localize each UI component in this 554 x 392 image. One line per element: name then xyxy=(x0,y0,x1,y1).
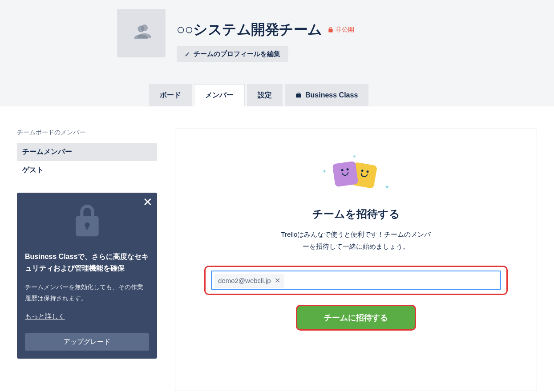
sparkle-icon: ✦ xyxy=(352,154,356,159)
privacy-label: 非公開 xyxy=(336,26,354,34)
tab-business-class-label: Business Class xyxy=(305,91,358,99)
promo-card: ✕ Business Classで、さらに高度なセキュリティおよび管理機能を確保… xyxy=(17,193,157,359)
privacy-badge: 非公開 xyxy=(328,26,354,34)
svg-rect-1 xyxy=(86,225,88,230)
promo-title: Business Classで、さらに高度なセキュリティおよび管理機能を確保 xyxy=(25,251,149,274)
header-section: ○○システム開発チーム 非公開 チームのプロフィールを編集 ボード メンバー 設… xyxy=(0,0,554,106)
sidebar: チームボードのメンバー チームメンバー ゲスト ✕ Business Class… xyxy=(17,129,157,391)
briefcase-icon xyxy=(295,92,302,98)
lock-icon xyxy=(328,27,334,33)
tab-members[interactable]: メンバー xyxy=(194,84,245,106)
invite-illustration: ✦ ✦ ✦ xyxy=(204,154,508,194)
promo-desc: チームメンバーを無効化しても、その作業履歴は保持されます。 xyxy=(25,282,149,304)
invite-text-input[interactable] xyxy=(287,275,497,286)
sidebar-item-guests[interactable]: ゲスト xyxy=(17,161,157,179)
lock-illustration xyxy=(25,203,149,240)
invite-input-field[interactable]: demo2@webcli.jp ✕ xyxy=(211,271,501,290)
people-icon xyxy=(128,20,154,47)
tab-boards[interactable]: ボード xyxy=(149,84,192,106)
sidebar-item-team-members[interactable]: チームメンバー xyxy=(17,143,157,161)
edit-profile-label: チームのプロフィールを編集 xyxy=(194,50,280,58)
tab-business-class[interactable]: Business Class xyxy=(285,84,368,106)
upgrade-button[interactable]: アップグレード xyxy=(25,333,149,351)
pencil-icon xyxy=(185,52,190,57)
tab-settings[interactable]: 設定 xyxy=(247,84,283,106)
sidebar-header: チームボードのメンバー xyxy=(17,129,157,137)
team-name: ○○システム開発チーム xyxy=(177,20,322,40)
email-chip-text: demo2@webcli.jp xyxy=(218,277,271,284)
invite-submit-button[interactable]: チームに招待する xyxy=(296,305,416,331)
invite-input-highlight: demo2@webcli.jp ✕ xyxy=(204,266,508,295)
email-chip: demo2@webcli.jp ✕ xyxy=(214,274,284,287)
chip-remove-icon[interactable]: ✕ xyxy=(275,276,280,285)
close-icon[interactable]: ✕ xyxy=(143,196,153,208)
edit-profile-button[interactable]: チームのプロフィールを編集 xyxy=(177,46,288,62)
content-panel: ✦ ✦ ✦ チームを招待する Trelloはみんなで使うと便利で xyxy=(175,129,537,391)
invite-title: チームを招待する xyxy=(204,207,508,221)
lock-large-icon xyxy=(72,203,103,239)
promo-learn-more-link[interactable]: もっと詳しく xyxy=(25,312,65,321)
face-purple-icon xyxy=(332,161,359,187)
tabs-row: ボード メンバー 設定 Business Class xyxy=(0,84,554,106)
invite-desc: Trelloはみんなで使うと便利です！チームのメンバーを招待して一緒に始めましょ… xyxy=(278,228,434,252)
sparkle-icon: ✦ xyxy=(322,168,327,174)
sparkle-icon: ✦ xyxy=(384,183,390,190)
team-avatar xyxy=(117,9,166,57)
